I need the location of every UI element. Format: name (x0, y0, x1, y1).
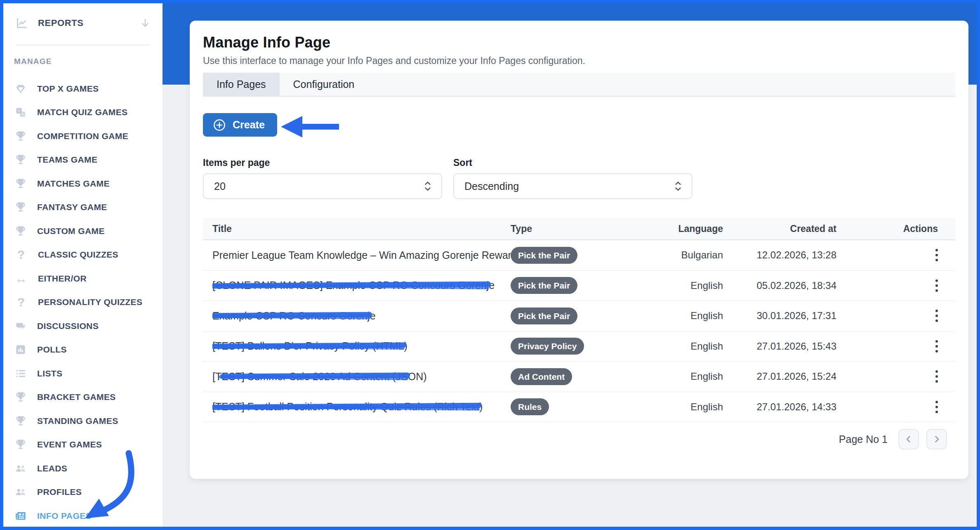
row-type: Pick the Pair (511, 247, 676, 264)
items-per-page-filter: Items per page 20 (203, 157, 442, 199)
row-actions (836, 398, 955, 416)
info-pages-table: Title Type Language Created at Actions P… (203, 218, 955, 422)
trophy-icon (15, 201, 26, 213)
items-per-page-select[interactable]: 20 (203, 173, 442, 199)
filters-row: Items per page 20 Sort Descending (203, 157, 955, 199)
pagination: Page No 1 (203, 429, 955, 450)
kebab-menu-icon[interactable] (931, 398, 942, 416)
redacted-text: [TEST] Ballons D'or Privacy Policy (HTML (212, 340, 404, 352)
question-icon: ? (15, 296, 27, 308)
table-row: Premier League Team Knowledge – Win Amaz… (203, 240, 955, 271)
table-row: Example CSP RO Concurs Gorenje Pick the … (203, 301, 955, 331)
sidebar-item-either-or[interactable]: ↔ EITHER/OR (3, 267, 163, 291)
col-language: Language (676, 223, 723, 234)
sidebar-item-top-x-games[interactable]: TOP X GAMES (3, 77, 163, 101)
sidebar-item-polls[interactable]: POLLS (3, 338, 163, 362)
col-type: Type (511, 223, 676, 234)
next-page-button[interactable] (926, 429, 947, 450)
row-title: Premier League Team Knowledge – Win Amaz… (212, 249, 511, 261)
sidebar-item-classic-quizzes[interactable]: ? CLASSIC QUIZZES (3, 243, 163, 267)
question-icon: ? (15, 248, 27, 261)
row-actions (836, 338, 955, 355)
sidebar-reports-label: REPORTS (38, 18, 130, 28)
row-language: English (676, 341, 723, 352)
type-badge: Rules (511, 398, 549, 415)
kebab-menu-icon[interactable] (931, 368, 942, 385)
newspaper-icon (15, 510, 26, 522)
redacted-text: [CLONE PAIR IMAGES] Example CSP RO Conco… (212, 279, 489, 291)
sidebar-item-personality-quizzes[interactable]: ? PERSONALITY QUIZZES (3, 291, 163, 315)
type-badge: Privacy Policy (511, 338, 584, 355)
kebab-menu-icon[interactable] (931, 277, 942, 294)
sidebar-item-fantasy-game[interactable]: FANTASY GAME (3, 196, 163, 220)
row-language: English (676, 401, 723, 413)
redacted-text: EST] Summer Sale 2020 Ad Content (JS (221, 371, 408, 382)
row-type: Rules (511, 398, 676, 415)
row-actions (836, 368, 955, 385)
row-actions (836, 277, 955, 294)
sidebar-item-standing-games[interactable]: STANDING GAMES (3, 409, 163, 433)
kebab-menu-icon[interactable] (931, 307, 942, 324)
col-actions: Actions (836, 223, 955, 234)
row-created-at: 12.02.2026, 13:28 (723, 249, 836, 261)
arrow-down-icon[interactable] (139, 17, 151, 29)
tab-bar: Info Pages Configuration (203, 73, 955, 97)
sort-label: Sort (453, 157, 693, 168)
plus-circle-icon (213, 118, 226, 132)
people-icon (15, 486, 26, 498)
app-screen: REPORTS MANAGE TOP X GAMES MATCH QUIZ GA… (0, 0, 980, 530)
table-row: [CLONE PAIR IMAGES] Example CSP RO Conco… (203, 271, 955, 301)
row-created-at: 27.01.2026, 14:33 (723, 401, 836, 413)
items-per-page-label: Items per page (203, 157, 442, 168)
row-type: Pick the Pair (511, 277, 676, 294)
page-subtitle: Use this interface to manage your Info P… (203, 55, 955, 66)
sidebar-item-lists[interactable]: LISTS (3, 362, 163, 386)
sidebar-item-bracket-games[interactable]: BRACKET GAMES (3, 386, 163, 409)
row-title: Example CSP RO Concurs Gorenje (212, 310, 511, 322)
row-type: Pick the Pair (511, 308, 676, 324)
page-title: Manage Info Page (203, 34, 955, 51)
sidebar-item-reports[interactable]: REPORTS (16, 12, 151, 35)
sidebar-item-competition-game[interactable]: COMPETITION GAME (3, 124, 163, 148)
row-type: Ad Content (511, 368, 676, 385)
chevron-left-icon (904, 434, 914, 444)
create-button[interactable]: Create (203, 113, 277, 137)
sidebar-item-custom-game[interactable]: CUSTOM GAME (3, 219, 163, 243)
sort-select[interactable]: Descending (453, 173, 693, 199)
row-title: [CLONE PAIR IMAGES] Example CSP RO Conco… (212, 279, 511, 291)
dice-icon (15, 106, 26, 118)
sidebar-item-match-quiz-games[interactable]: MATCH QUIZ GAMES (3, 101, 163, 125)
sidebar-divider (16, 45, 150, 45)
kebab-menu-icon[interactable] (931, 338, 942, 355)
left-right-arrow-icon: ↔ (15, 272, 27, 285)
sidebar-item-profiles[interactable]: PROFILES (3, 480, 163, 504)
sidebar-item-matches-game[interactable]: MATCHES GAME (3, 172, 163, 196)
chat-bubbles-icon (15, 320, 26, 332)
row-created-at: 27.01.2026, 15:24 (723, 371, 836, 382)
sidebar-item-discussions[interactable]: DISCUSSIONS (3, 314, 163, 338)
sidebar-nav: TOP X GAMES MATCH QUIZ GAMES COMPETITION… (3, 77, 163, 528)
prev-page-button[interactable] (898, 429, 919, 450)
line-chart-icon (16, 17, 28, 29)
redacted-text: Example CSP RO Concurs Gorenj (212, 310, 370, 322)
trophy-icon (15, 154, 26, 166)
sidebar-item-teams-game[interactable]: TEAMS GAME (3, 148, 163, 172)
sidebar-item-leads[interactable]: LEADS (3, 457, 163, 480)
list-icon (15, 368, 26, 379)
gem-icon (15, 83, 26, 95)
page-number-label: Page No 1 (839, 433, 888, 445)
row-language: Bulgarian (676, 249, 723, 261)
tab-configuration[interactable]: Configuration (280, 73, 368, 96)
table-row: [TEST] Football Position Personality Qui… (203, 392, 955, 423)
tab-info-pages[interactable]: Info Pages (203, 73, 280, 96)
kebab-menu-icon[interactable] (931, 246, 942, 264)
row-created-at: 27.01.2026, 15:43 (723, 341, 836, 352)
table-row: [TEST] Summer Sale 2020 Ad Content (JSON… (203, 362, 955, 392)
sidebar-item-event-games[interactable]: EVENT GAMES (3, 433, 163, 457)
sidebar-item-info-pages[interactable]: INFO PAGES (3, 504, 163, 528)
sort-filter: Sort Descending (453, 157, 693, 199)
row-title: [TEST] Ballons D'or Privacy Policy (HTML… (212, 340, 511, 352)
row-language: English (676, 280, 723, 291)
select-chevrons-icon (674, 180, 683, 192)
main-card: Manage Info Page Use this interface to m… (190, 21, 968, 479)
